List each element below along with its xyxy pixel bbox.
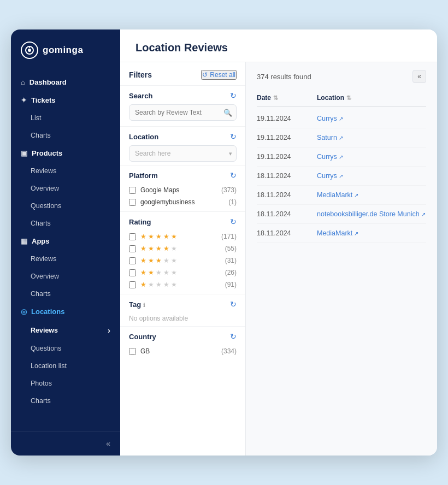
sidebar-item-list[interactable]: List	[11, 109, 120, 127]
row-location: Currys ↗	[317, 115, 426, 122]
external-link-icon: ↗	[421, 211, 426, 217]
platform-google-maps-checkbox[interactable]	[129, 187, 136, 194]
logo-text: gominga	[43, 45, 83, 56]
filter-search-refresh-icon[interactable]: ↻	[230, 91, 237, 100]
sidebar-item-charts-products[interactable]: Charts	[11, 215, 120, 232]
row-date: 19.11.2024	[257, 115, 317, 122]
location-link[interactable]: Saturn ↗	[317, 134, 426, 141]
location-link[interactable]: Currys ↗	[317, 153, 426, 161]
table-row: 19.11.2024 Saturn ↗	[257, 128, 426, 147]
platform-googlemybusiness-label: googlemybusiness	[140, 198, 194, 206]
country-gb-checkbox[interactable]	[129, 348, 136, 355]
platform-googlemybusiness-checkbox[interactable]	[129, 199, 136, 206]
location-link[interactable]: Currys ↗	[317, 115, 426, 122]
location-dropdown-wrap: Search here ▾	[129, 145, 237, 162]
row-location: Currys ↗	[317, 172, 426, 180]
sidebar-item-apps[interactable]: ▦ Apps	[11, 232, 120, 250]
filter-platform-refresh-icon[interactable]: ↻	[230, 171, 237, 180]
sidebar-collapse-button[interactable]: «	[106, 439, 110, 448]
sort-date-icon[interactable]: ⇅	[273, 94, 278, 102]
rating-2-stars: ★★★★★ (26)	[129, 267, 237, 279]
external-link-icon: ↗	[339, 135, 343, 141]
filter-section-search: Search ↻ 🔍	[120, 85, 245, 126]
sidebar-item-photos[interactable]: Photos	[11, 375, 120, 392]
home-icon: ⌂	[21, 78, 25, 86]
sidebar-item-reviews-products[interactable]: Reviews	[11, 162, 120, 180]
row-date: 18.11.2024	[257, 229, 317, 237]
platform-googlemybusiness: googlemybusiness (1)	[129, 196, 237, 208]
sidebar-item-locations[interactable]: ◎ Locations	[11, 303, 120, 321]
platform-google-maps-label: Google Maps	[140, 186, 179, 194]
results-table: Date ⇅ Location ⇅ 19.11.2024 C	[257, 90, 426, 243]
column-header-date: Date ⇅	[257, 94, 317, 102]
rating-5-checkbox[interactable]	[129, 233, 136, 240]
filter-section-tag: Tag ℹ ↻ No options available	[120, 294, 245, 326]
stars-4-display: ★★★★★	[140, 245, 177, 252]
app-container: gominga ⌂ Dashboard ✦ Tickets List Chart…	[11, 29, 437, 456]
sidebar-item-questions-products[interactable]: Questions	[11, 197, 120, 215]
row-location: MediaMarkt ↗	[317, 191, 426, 199]
platform-google-maps-count: (373)	[221, 186, 237, 194]
sidebar-item-charts-apps[interactable]: Charts	[11, 285, 120, 303]
filter-rating-refresh-icon[interactable]: ↻	[230, 217, 237, 226]
filter-section-country: Country ↻ GB (334)	[120, 326, 245, 360]
logo: gominga	[11, 29, 120, 69]
location-select[interactable]: Search here	[129, 145, 237, 162]
rating-5-stars: ★★★★★ (171)	[129, 230, 237, 242]
sort-location-icon[interactable]: ⇅	[346, 94, 351, 102]
rating-4-checkbox[interactable]	[129, 245, 136, 252]
filter-country-title: Country	[129, 333, 156, 341]
row-date: 18.11.2024	[257, 210, 317, 218]
filter-section-platform-header: Platform ↻	[129, 171, 237, 180]
filter-section-rating: Rating ↻ ★★★★★ (171)	[120, 211, 245, 294]
filters-header: Filters ↺ Reset all	[120, 62, 245, 85]
sidebar-item-overview-apps[interactable]: Overview	[11, 268, 120, 285]
table-row: 18.11.2024 notebooksbilliger.de Store Mu…	[257, 205, 426, 224]
filter-tag-refresh-icon[interactable]: ↻	[230, 300, 237, 309]
sidebar-item-overview-products[interactable]: Overview	[11, 180, 120, 197]
collapse-results-button[interactable]: «	[412, 70, 426, 83]
external-link-icon: ↗	[339, 154, 343, 160]
sidebar-item-reviews-locations[interactable]: Reviews	[11, 321, 120, 340]
location-link[interactable]: notebooksbilliger.de Store Munich ↗	[317, 210, 426, 218]
sidebar-item-reviews-apps[interactable]: Reviews	[11, 250, 120, 268]
row-date: 18.11.2024	[257, 191, 317, 199]
sidebar-item-charts-tickets[interactable]: Charts	[11, 127, 120, 144]
tag-no-options: No options available	[129, 312, 188, 324]
filter-section-location: Location ↻ Search here ▾	[120, 126, 245, 165]
rating-2-checkbox[interactable]	[129, 269, 136, 276]
platform-checkbox-list: Google Maps (373) googlemybusiness (1)	[129, 184, 237, 208]
sidebar-item-charts-locations[interactable]: Charts	[11, 392, 120, 410]
filter-country-refresh-icon[interactable]: ↻	[230, 332, 237, 341]
rating-3-checkbox[interactable]	[129, 257, 136, 264]
sidebar-item-questions-locations[interactable]: Questions	[11, 340, 120, 357]
sidebar-collapse: «	[11, 431, 120, 456]
country-gb-count: (334)	[221, 347, 237, 355]
svg-point-1	[28, 49, 31, 52]
location-link[interactable]: MediaMarkt ↗	[317, 191, 426, 199]
table-row: 18.11.2024 Currys ↗	[257, 167, 426, 186]
row-date: 19.11.2024	[257, 134, 317, 141]
row-location: Saturn ↗	[317, 134, 426, 141]
rating-1-star: ★★★★★ (91)	[129, 279, 237, 291]
rating-3-stars: ★★★★★ (31)	[129, 255, 237, 267]
location-link[interactable]: Currys ↗	[317, 172, 426, 180]
sidebar-item-tickets[interactable]: ✦ Tickets	[11, 91, 120, 109]
row-date: 19.11.2024	[257, 153, 317, 161]
page-header: Location Reviews	[120, 29, 437, 62]
location-link[interactable]: MediaMarkt ↗	[317, 229, 426, 237]
rating-1-checkbox[interactable]	[129, 281, 136, 288]
rating-5-count: (171)	[221, 233, 237, 240]
sidebar-item-location-list[interactable]: Location list	[11, 357, 120, 375]
reset-all-button[interactable]: ↺ Reset all	[201, 70, 237, 80]
sidebar-item-products[interactable]: ▣ Products	[11, 144, 120, 162]
rating-checkbox-list: ★★★★★ (171) ★★★★★ (55)	[129, 230, 237, 291]
apps-icon: ▦	[21, 237, 27, 245]
external-link-icon: ↗	[339, 173, 343, 179]
external-link-icon: ↗	[354, 230, 358, 236]
sidebar-item-dashboard[interactable]: ⌂ Dashboard	[11, 73, 120, 91]
filter-location-refresh-icon[interactable]: ↻	[230, 132, 237, 141]
rating-1-count: (91)	[225, 281, 237, 288]
results-count: 374 results found	[257, 73, 311, 81]
search-review-input[interactable]	[129, 104, 237, 121]
